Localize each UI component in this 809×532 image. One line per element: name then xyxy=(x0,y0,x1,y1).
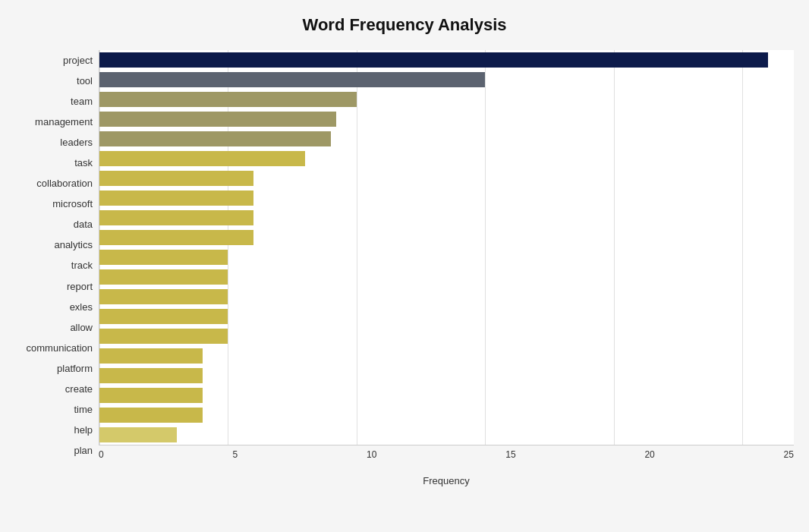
bar xyxy=(99,388,203,403)
y-label: allow xyxy=(70,317,93,337)
x-axis: 0510152025 xyxy=(99,445,794,460)
y-label: project xyxy=(63,51,93,71)
bar xyxy=(99,309,228,324)
y-label: time xyxy=(74,399,93,419)
y-label: analytics xyxy=(54,235,93,255)
y-label: communication xyxy=(27,338,93,357)
y-label: leaders xyxy=(60,133,93,153)
y-label: track xyxy=(71,256,93,275)
bar xyxy=(99,289,228,304)
bar xyxy=(99,131,331,146)
bars-wrapper xyxy=(99,50,794,445)
y-label: platform xyxy=(57,358,93,378)
bar-row xyxy=(99,70,794,90)
bar-row xyxy=(99,208,794,228)
bar xyxy=(99,250,228,265)
y-label: team xyxy=(71,92,93,112)
bar xyxy=(99,230,253,245)
x-tick: 15 xyxy=(505,449,515,460)
y-labels: projecttoolteammanagementleaderstaskcoll… xyxy=(15,50,99,483)
x-tick: 25 xyxy=(784,449,794,460)
y-label: create xyxy=(65,379,93,398)
bar xyxy=(99,427,177,442)
chart-container: Word Frequency Analysis projecttoolteamm… xyxy=(0,0,809,532)
bar-row xyxy=(99,267,794,287)
y-label: exles xyxy=(70,297,93,316)
bar-row xyxy=(99,386,794,405)
bar-row xyxy=(99,247,794,267)
x-tick: 10 xyxy=(367,449,376,460)
y-label: help xyxy=(74,420,93,439)
y-label: task xyxy=(74,153,93,173)
bar-row xyxy=(99,90,794,109)
bar xyxy=(99,269,228,285)
bar-row xyxy=(99,425,794,445)
bar-row xyxy=(99,307,794,326)
bar xyxy=(99,72,485,87)
bar-row xyxy=(99,366,794,386)
x-tick: 20 xyxy=(644,449,654,460)
bar xyxy=(99,92,357,107)
bar-row xyxy=(99,188,794,208)
chart-area: projecttoolteammanagementleaderstaskcoll… xyxy=(15,50,794,483)
bar xyxy=(99,368,203,383)
bar xyxy=(99,52,768,68)
bar xyxy=(99,112,336,127)
bar xyxy=(99,171,253,186)
bar xyxy=(99,348,203,364)
bar xyxy=(99,190,253,206)
chart-title: Word Frequency Analysis xyxy=(15,8,794,50)
bar-row xyxy=(99,109,794,129)
bar-row xyxy=(99,149,794,168)
bar xyxy=(99,210,253,225)
bar-row xyxy=(99,405,794,425)
x-tick: 5 xyxy=(233,449,238,460)
y-label: report xyxy=(67,276,93,296)
y-label: data xyxy=(74,215,93,235)
bar-row xyxy=(99,287,794,307)
y-label: tool xyxy=(77,71,93,91)
y-label: collaboration xyxy=(36,174,93,194)
bar-row xyxy=(99,326,794,346)
y-label: plan xyxy=(74,440,93,460)
x-axis-label: Frequency xyxy=(99,461,794,486)
bars-and-x: 0510152025 Frequency xyxy=(99,50,794,483)
y-label: microsoft xyxy=(52,194,93,214)
bar xyxy=(99,151,305,166)
bar-row xyxy=(99,129,794,149)
x-tick: 0 xyxy=(99,449,104,460)
bar-row xyxy=(99,346,794,366)
bar xyxy=(99,408,203,423)
bar-row xyxy=(99,50,794,70)
bar-row xyxy=(99,228,794,247)
bar-row xyxy=(99,168,794,188)
y-label: management xyxy=(35,112,93,132)
bar xyxy=(99,329,228,344)
